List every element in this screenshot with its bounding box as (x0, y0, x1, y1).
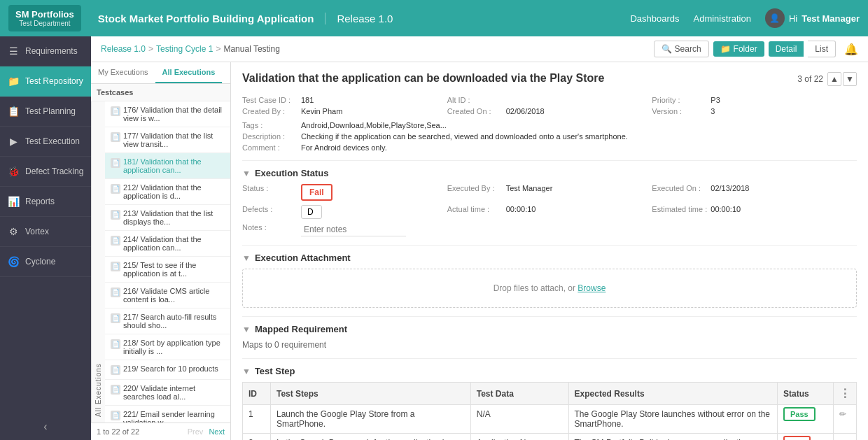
detail-button[interactable]: Detail (769, 41, 804, 57)
administration-link[interactable]: Administration (694, 13, 751, 24)
sidebar-item-reports[interactable]: 📊 Reports (0, 187, 91, 217)
brand-dept: Test Department (19, 20, 70, 27)
execution-status-toggle[interactable]: ▼ (242, 169, 251, 178)
user-name: Test Manager (802, 13, 860, 24)
list-item[interactable]: 📄221/ Email sender learning validation w… (105, 406, 230, 423)
priority-label: Priority : (652, 96, 708, 104)
sidebar-collapse-button[interactable]: ‹ (0, 413, 91, 440)
detail-nav-arrows: ▲ ▼ (827, 72, 857, 86)
list-range: 1 to 22 of 22 (97, 427, 139, 436)
edit-icon[interactable]: ✏ (839, 409, 846, 419)
tags-value: Android,Download,Mobile,PlayStore,Sea... (301, 121, 447, 129)
list-item[interactable]: 📄220/ Validate internet searches load al… (105, 380, 230, 406)
step-status: Fail (778, 434, 834, 441)
tc-label: 217/ Search auto-fill results should sho… (123, 313, 225, 329)
execution-status-header: Execution Status (255, 168, 328, 178)
bell-icon[interactable]: 🔔 (844, 43, 858, 56)
brand-logo[interactable]: SM Portfolios Test Department (8, 5, 81, 31)
sidebar-item-test-execution[interactable]: ▶ Test Execution (0, 127, 91, 157)
breadcrumb-current: Manual Testing (223, 44, 280, 54)
attachment-browse-link[interactable]: Browse (578, 283, 606, 293)
priority-value: P3 (710, 96, 720, 104)
sidebar-item-requirements[interactable]: ☰ Requirements (0, 36, 91, 66)
tc-label: 220/ Validate internet searches load al.… (123, 384, 225, 401)
avatar: 👤 (765, 8, 785, 28)
exec-notes-field: Notes : (242, 223, 447, 236)
prev-button[interactable]: Prev (188, 427, 204, 436)
field-test-case-id: Test Case ID : 181 (242, 96, 447, 104)
list-item[interactable]: 📄212/ Validation that the application is… (105, 179, 230, 205)
tc-icon: 📄 (111, 262, 120, 271)
testcases-header: Testcases (97, 88, 133, 97)
tabs-row: My Executions All Executions (91, 62, 230, 84)
test-case-id-value: 181 (301, 96, 314, 104)
status-badge[interactable]: Pass (783, 407, 816, 421)
table-row: 1 Launch the Google Play Store from a Sm… (243, 405, 857, 434)
dashboards-link[interactable]: Dashboards (630, 13, 679, 24)
estimated-time-label: Estimated time : (652, 205, 708, 213)
list-item[interactable]: 📄177/ Validation that the list view tran… (105, 127, 230, 153)
list-item[interactable]: 📄215/ Test to see if the application is … (105, 257, 230, 283)
notes-input[interactable] (301, 223, 406, 236)
tab-all-executions[interactable]: All Executions (155, 62, 223, 83)
list-button[interactable]: List (808, 41, 836, 57)
description-value: Checking if the application can be searc… (301, 132, 628, 141)
field-tags: Tags : Android,Download,Mobile,PlayStore… (242, 121, 857, 129)
list-item[interactable]: 📄181/ Validation that the application ca… (105, 153, 230, 179)
exec-status-value[interactable]: Fail (301, 184, 332, 201)
sidebar-item-test-planning[interactable]: 📋 Test Planning (0, 97, 91, 127)
attachment-toggle[interactable]: ▼ (242, 253, 251, 263)
sidebar-item-vortex[interactable]: ⚙ Vortex (0, 217, 91, 247)
next-button[interactable]: Next (209, 427, 225, 436)
breadcrumb-release[interactable]: Release 1.0 (101, 44, 146, 54)
mapped-requirement-section: ▼ Mapped Requirement (242, 316, 857, 334)
vortex-icon: ⚙ (7, 225, 20, 238)
breadcrumb-actions: 🔍 Search 📁 Folder Detail List 🔔 (654, 41, 858, 57)
detail-nav: 3 of 22 ▲ ▼ (797, 72, 857, 86)
list-item[interactable]: 📄218/ Sort by application type initially… (105, 334, 230, 360)
tab-my-executions[interactable]: My Executions (91, 62, 155, 83)
col-status: Status (778, 383, 834, 405)
attachment-text: Drop files to attach, or (493, 283, 575, 293)
arrow-up-button[interactable]: ▲ (827, 72, 841, 86)
col-id: ID (243, 383, 271, 405)
folder-button[interactable]: 📁 Folder (713, 41, 764, 57)
sidebar-label-test-repository: Test Repository (25, 76, 83, 86)
step-edit[interactable]: ✏ (834, 405, 857, 434)
list-item[interactable]: 📄216/ Validate CMS article content is lo… (105, 283, 230, 308)
defect-tracking-icon: 🐞 (7, 165, 20, 178)
breadcrumb-cycle[interactable]: Testing Cycle 1 (156, 44, 213, 54)
more-icon[interactable]: ⋮ (839, 388, 850, 399)
defects-value[interactable]: D (301, 205, 322, 219)
sidebar-item-test-repository[interactable]: 📁 Test Repository (0, 66, 91, 97)
executed-by-value: Test Manager (506, 184, 553, 192)
field-alt-id: Alt ID : (447, 96, 652, 104)
field-comment: Comment : For Android devices only. (242, 143, 857, 152)
list-item[interactable]: 📄176/ Validation that the detail view is… (105, 101, 230, 127)
tc-label: 213/ Validation that the list displays t… (123, 209, 225, 226)
col-data: Test Data (470, 383, 568, 405)
step-data: N/A (470, 405, 568, 434)
sidebar-label-cyclone: Cyclone (25, 257, 55, 267)
sidebar-item-cyclone[interactable]: 🌀 Cyclone (0, 247, 91, 277)
comment-label: Comment : (242, 143, 298, 152)
notes-label: Notes : (242, 223, 298, 232)
attachment-drop-zone[interactable]: Drop files to attach, or Browse (242, 269, 857, 308)
list-footer: 1 to 22 of 22 Prev Next (91, 423, 230, 440)
mapped-toggle[interactable]: ▼ (242, 325, 251, 334)
reports-icon: 📊 (7, 195, 20, 208)
test-step-toggle[interactable]: ▼ (242, 367, 251, 376)
step-id: 2 (243, 434, 271, 441)
list-item[interactable]: 📄217/ Search auto-fill results should sh… (105, 308, 230, 334)
attachment-header: Execution Attachment (255, 253, 351, 263)
list-item[interactable]: 📄213/ Validation that the list displays … (105, 205, 230, 231)
status-badge[interactable]: Fail (783, 436, 811, 440)
step-edit[interactable]: ✏ (834, 434, 857, 441)
list-item[interactable]: 📄219/ Search for 10 products (105, 360, 230, 380)
detail-title: Validation that the application can be d… (242, 72, 797, 85)
tc-icon: 📄 (111, 106, 120, 116)
sidebar-item-defect-tracking[interactable]: 🐞 Defect Tracking (0, 157, 91, 187)
search-button[interactable]: 🔍 Search (654, 41, 709, 57)
arrow-down-button[interactable]: ▼ (843, 72, 857, 86)
list-item[interactable]: 📄214/ Validation that the application ca… (105, 231, 230, 257)
